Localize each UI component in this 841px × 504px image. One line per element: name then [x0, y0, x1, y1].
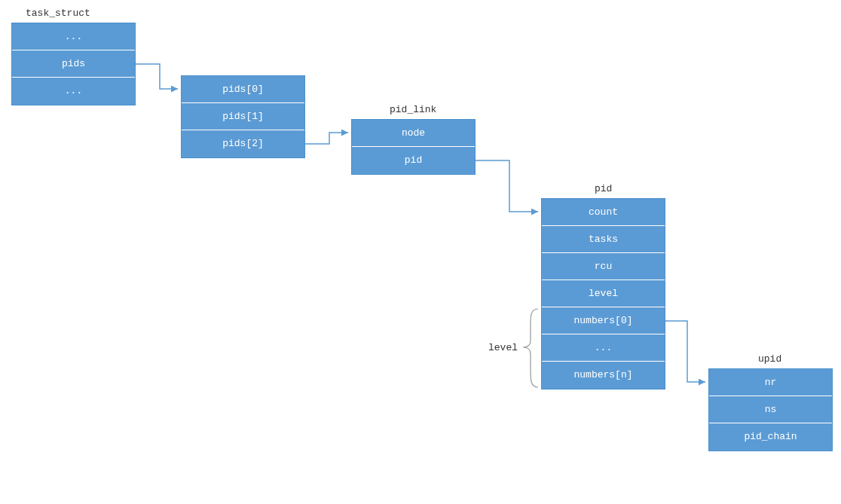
upid-box: nr ns pid_chain — [708, 368, 833, 451]
pid-link-box: node pid — [351, 119, 476, 175]
task-struct-row-pids: pids — [12, 50, 135, 78]
arrow-pids-to-pidlink — [305, 133, 348, 144]
pid-link-row-node: node — [352, 120, 475, 147]
pid-box: count tasks rcu level numbers[0] ... num… — [541, 198, 665, 389]
pids-array-row: pids[2] — [182, 130, 304, 157]
arrow-taskstruct-to-pids — [136, 64, 178, 89]
upid-row-nr: nr — [709, 369, 832, 396]
pid-row-numbersn: numbers[n] — [542, 362, 665, 389]
task-struct-box: ... pids ... — [11, 23, 136, 105]
pid-row-count: count — [542, 199, 665, 226]
pid-link-row-pid: pid — [352, 147, 475, 174]
upid-row-ns: ns — [709, 396, 832, 423]
pids-array-row: pids[1] — [182, 103, 304, 130]
pids-array-box: pids[0] pids[1] pids[2] — [181, 75, 305, 158]
arrow-pid-to-upid — [665, 321, 705, 382]
pid-row-rcu: rcu — [542, 253, 665, 280]
level-label: level — [488, 342, 518, 353]
pid-title: pid — [595, 183, 612, 194]
pids-array-row: pids[0] — [182, 76, 304, 103]
upid-row-pidchain: pid_chain — [709, 423, 832, 451]
pid-row-tasks: tasks — [542, 226, 665, 253]
pid-row-numbers-dots: ... — [542, 334, 665, 362]
task-struct-row: ... — [12, 23, 135, 50]
upid-title: upid — [758, 353, 781, 365]
pid-link-title: pid_link — [390, 104, 436, 115]
level-brace — [523, 309, 538, 387]
pid-row-level: level — [542, 280, 665, 307]
task-struct-title: task_struct — [26, 8, 90, 19]
task-struct-row: ... — [12, 78, 135, 105]
arrow-pidlink-to-pid — [476, 160, 538, 212]
pid-row-numbers0: numbers[0] — [542, 307, 665, 334]
